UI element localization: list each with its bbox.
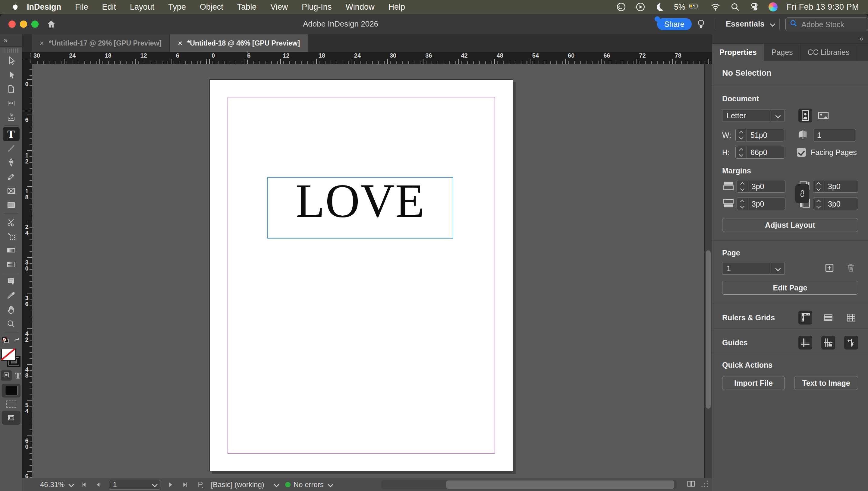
menu-object[interactable]: Object [193,2,230,12]
close-window-button[interactable] [8,21,16,28]
formatting-affects-text-icon[interactable]: T [15,371,21,380]
pen-tool[interactable] [3,155,20,170]
margin-outside-field[interactable] [813,198,858,210]
vertical-scrollbar-thumb[interactable] [706,250,711,409]
page-size-select[interactable]: Letter [722,109,785,122]
zoom-tool[interactable] [3,317,20,331]
apply-none-button[interactable] [6,401,16,408]
baseline-grid-button[interactable] [821,311,835,324]
text-frame[interactable]: LOVE [267,177,453,238]
delete-page-icon[interactable] [845,262,856,275]
height-input[interactable] [747,148,784,157]
first-page-button[interactable] [80,481,88,489]
selection-tool[interactable] [3,53,20,67]
adjust-layout-button[interactable]: Adjust Layout [722,218,858,232]
next-page-button[interactable] [167,481,175,489]
page-number-input[interactable] [112,480,148,489]
home-icon[interactable] [46,19,57,31]
tools-panel-grip[interactable] [4,49,18,53]
pages-count-input[interactable] [813,131,856,140]
direct-selection-tool[interactable] [3,67,20,82]
moon-icon[interactable] [655,2,665,12]
facing-pages-checkbox[interactable] [797,148,806,157]
height-stepper[interactable] [736,146,747,158]
menu-layout[interactable]: Layout [123,2,161,12]
panel-tab-cc-libraries[interactable]: CC Libraries [801,44,857,61]
edit-page-button[interactable]: Edit Page [722,281,858,295]
zoom-window-button[interactable] [31,21,38,28]
close-tab-icon[interactable]: × [178,38,182,48]
play-icon[interactable] [635,2,646,12]
text-to-image-button[interactable]: Text to Image [794,376,858,390]
page-select[interactable]: 1 [722,262,785,275]
document-tab-1[interactable]: ×*Untitled-17 @ 29% [GPU Preview] [32,34,169,52]
orientation-landscape-button[interactable] [816,109,830,122]
scissors-tool[interactable] [3,215,20,229]
menu-plugins[interactable]: Plug-Ins [295,2,338,12]
close-tab-icon[interactable]: × [39,38,44,48]
hand-tool[interactable] [3,302,20,317]
show-rulers-button[interactable] [798,311,812,324]
tools-panel-header[interactable]: » [0,34,22,47]
lock-guides-button[interactable] [821,336,835,350]
menu-indesign[interactable]: InDesign [20,2,68,12]
panel-collapse-strip[interactable]: » [712,34,868,44]
siri-icon[interactable] [769,2,778,11]
smart-guides-button[interactable] [844,336,858,350]
width-input[interactable] [747,131,784,140]
adobe-stock-search[interactable] [785,18,868,31]
canvas-viewport[interactable]: LOVE [32,64,705,478]
spread-view-icon[interactable] [686,479,696,490]
content-collector-tool[interactable] [3,110,20,124]
previous-page-button[interactable] [94,481,102,489]
menu-type[interactable]: Type [161,2,193,12]
frame-tool[interactable] [3,184,20,198]
menu-window[interactable]: Window [338,2,381,12]
margin-bottom-field[interactable] [737,198,785,210]
screen-mode-button[interactable] [2,411,21,425]
document-tab-2[interactable]: ×*Untitled-18 @ 46% [GPU Preview] [170,34,308,52]
control-center-icon[interactable] [749,2,760,12]
orientation-portrait-button[interactable] [798,109,812,122]
menu-edit[interactable]: Edit [95,2,123,12]
pencil-tool[interactable] [3,170,20,184]
width-field[interactable] [735,129,784,141]
width-stepper[interactable] [736,129,747,141]
preflight-status[interactable]: No errors [285,481,333,489]
free-transform-tool[interactable] [3,229,20,243]
margin-top-field[interactable] [737,180,785,193]
search-icon[interactable] [730,2,740,12]
workspace-switcher[interactable]: Essentials [726,19,775,29]
eyedropper-tool[interactable] [3,288,20,302]
menu-table[interactable]: Table [230,2,264,12]
preflight-icon[interactable] [195,481,204,489]
height-field[interactable] [735,146,784,158]
resize-grip-icon[interactable] [701,480,709,490]
add-page-icon[interactable] [824,262,835,275]
vertical-scrollbar[interactable] [704,64,712,478]
vertical-ruler[interactable]: 0612182430364248546066 [22,64,33,478]
ruler-origin-corner[interactable] [22,52,33,64]
gradient-swatch-tool[interactable] [3,243,20,257]
horizontal-ruler[interactable]: 30241812606121824303642485460667278 [32,52,712,64]
horizontal-scrollbar[interactable] [381,480,677,489]
creative-cloud-icon[interactable] [616,2,626,12]
note-tool[interactable] [3,274,20,288]
share-button[interactable]: Share [657,18,692,30]
wifi-icon[interactable] [710,2,721,12]
margin-inside-field[interactable] [813,180,858,193]
preflight-profile-dropdown[interactable]: [Basic] (working) [211,481,278,489]
menu-help[interactable]: Help [381,2,412,12]
rectangle-tool[interactable] [3,198,20,212]
type-tool[interactable]: T [3,127,20,141]
lightbulb-icon[interactable] [695,18,707,31]
minimize-window-button[interactable] [20,21,27,28]
fill-swatch-none[interactable] [1,349,16,361]
menu-bar-clock[interactable]: Fri Feb 13 9:30 PM [786,2,859,12]
menu-file[interactable]: File [68,2,95,12]
last-page-button[interactable] [181,481,189,489]
panel-tab-pages[interactable]: Pages [764,44,801,61]
page-number-field[interactable] [109,480,160,490]
zoom-level-dropdown[interactable]: 46.31% [40,481,73,489]
link-margins-button[interactable] [795,184,809,203]
